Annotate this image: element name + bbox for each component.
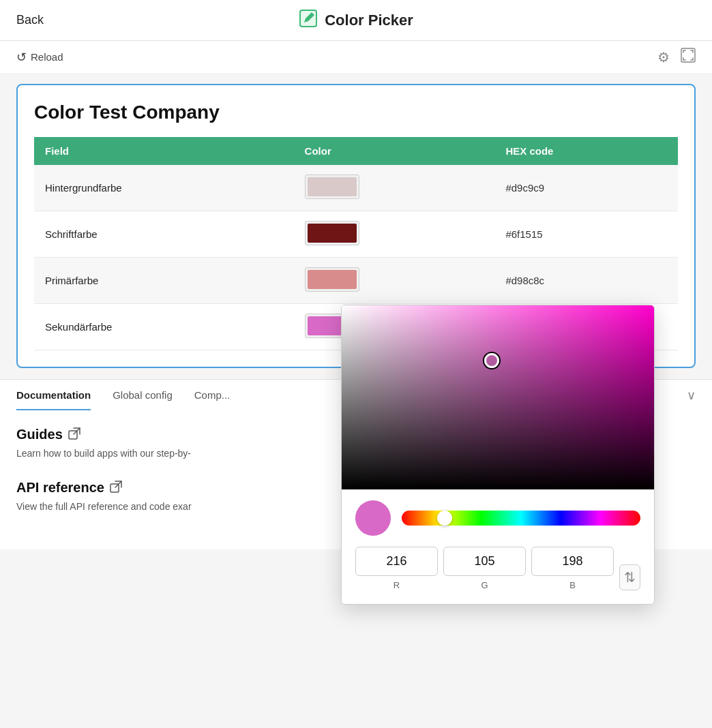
picker-cursor	[484, 353, 499, 368]
col-field: Field	[34, 137, 294, 165]
b-label: B	[569, 580, 576, 590]
b-input-group: 198 B	[531, 547, 614, 590]
picker-preview-row	[355, 500, 640, 536]
reload-icon: ↺	[16, 50, 27, 65]
g-input[interactable]: 105	[443, 547, 526, 576]
color-swatch-button[interactable]	[305, 221, 359, 245]
table-cell-color	[294, 165, 495, 211]
table-cell-field: Primärfarbe	[34, 258, 294, 304]
mode-arrows-icon[interactable]: ⇅	[619, 564, 640, 590]
tabs-chevron-icon[interactable]: ∨	[687, 388, 696, 403]
expand-icon[interactable]	[681, 48, 696, 66]
page-title: Color Picker	[325, 12, 413, 29]
hue-slider-thumb	[437, 511, 452, 526]
top-bar: Back Color Picker	[0, 0, 712, 41]
color-swatch	[308, 177, 357, 196]
table-header-row: Field Color HEX code	[34, 137, 678, 165]
table-row: Hintergrundfarbe#d9c9c9	[34, 165, 678, 211]
picker-gradient[interactable]	[342, 305, 654, 489]
back-button[interactable]: Back	[16, 13, 44, 27]
settings-icon[interactable]: ⚙	[657, 49, 670, 65]
r-label: R	[394, 580, 400, 590]
g-input-group: 105 G	[443, 547, 526, 590]
color-swatch-button[interactable]	[305, 175, 359, 199]
color-swatch	[308, 224, 357, 243]
table-cell-hex: #d98c8c	[494, 258, 678, 304]
rgb-inputs-row: 216 R 105 G 198 B ⇅	[355, 547, 640, 590]
reload-button[interactable]: ↺ Reload	[16, 50, 63, 65]
guides-external-link-icon[interactable]	[68, 427, 80, 442]
tab-documentation[interactable]: Documentation	[16, 380, 91, 410]
table-cell-field: Hintergrundfarbe	[34, 165, 294, 211]
rgb-mode-selector[interactable]: ⇅	[619, 564, 640, 590]
table-cell-color	[294, 258, 495, 304]
table-cell-field: Sekundärfarbe	[34, 304, 294, 350]
tab-global-config[interactable]: Global config	[113, 380, 173, 410]
table-cell-color	[294, 211, 495, 258]
page-title-area: Color Picker	[299, 9, 413, 32]
table-cell-hex: #d9c9c9	[494, 165, 678, 211]
color-picker-popup: 216 R 105 G 198 B ⇅	[341, 305, 655, 605]
api-external-link-icon[interactable]	[110, 481, 122, 496]
toolbar: ↺ Reload ⚙	[0, 41, 712, 73]
table-row: Schriftfarbe#6f1515	[34, 211, 678, 258]
b-input[interactable]: 198	[531, 547, 614, 576]
table-row: Primärfarbe#d98c8c	[34, 258, 678, 304]
picker-bottom: 216 R 105 G 198 B ⇅	[342, 489, 654, 604]
col-hex: HEX code	[494, 137, 678, 165]
r-input-group: 216 R	[355, 547, 438, 590]
edit-icon	[299, 9, 318, 32]
card-title: Color Test Company	[34, 102, 678, 123]
hue-slider[interactable]	[402, 511, 640, 526]
table-cell-hex: #6f1515	[494, 211, 678, 258]
table-cell-field: Schriftfarbe	[34, 211, 294, 258]
main-content: Color Test Company Field Color HEX code …	[0, 73, 712, 379]
col-color: Color	[294, 137, 495, 165]
g-label: G	[481, 580, 488, 590]
color-swatch	[308, 270, 357, 289]
tab-comp[interactable]: Comp...	[194, 380, 231, 410]
reload-label: Reload	[31, 51, 63, 63]
color-swatch-button[interactable]	[305, 267, 359, 292]
color-preview-circle	[355, 500, 391, 536]
toolbar-right: ⚙	[657, 48, 696, 66]
r-input[interactable]: 216	[355, 547, 438, 576]
